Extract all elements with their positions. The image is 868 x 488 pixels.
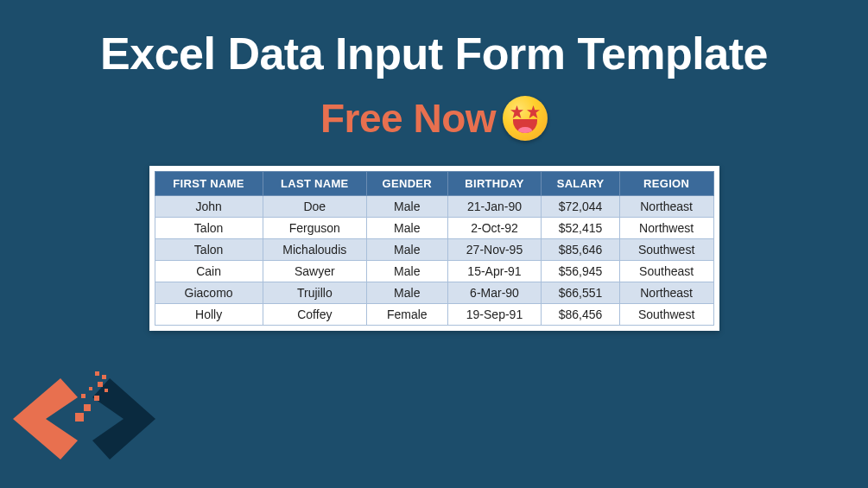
cell-birthday: 2-Oct-92 bbox=[447, 218, 542, 239]
cell-gender: Male bbox=[366, 239, 447, 261]
cell-first: John bbox=[155, 196, 263, 218]
col-salary: SALARY bbox=[542, 172, 619, 196]
table-body: John Doe Male 21-Jan-90 $72,044 Northeas… bbox=[155, 196, 713, 326]
cell-last: Doe bbox=[263, 196, 366, 218]
svg-rect-8 bbox=[75, 413, 84, 421]
table-header-row: FIRST NAME LAST NAME GENDER BIRTHDAY SAL… bbox=[155, 172, 713, 196]
table-row: Giacomo Trujillo Male 6-Mar-90 $66,551 N… bbox=[155, 282, 713, 304]
table-row: Holly Coffey Female 19-Sep-91 $86,456 So… bbox=[155, 304, 713, 326]
subtitle-text: Free Now bbox=[320, 95, 496, 142]
cell-last: Sawyer bbox=[263, 261, 366, 282]
cell-first: Talon bbox=[155, 218, 263, 239]
col-region: REGION bbox=[619, 172, 713, 196]
svg-rect-6 bbox=[94, 396, 99, 401]
data-table: FIRST NAME LAST NAME GENDER BIRTHDAY SAL… bbox=[155, 171, 714, 326]
cell-region: Southwest bbox=[619, 304, 713, 326]
col-birthday: BIRTHDAY bbox=[447, 172, 542, 196]
cell-region: Northwest bbox=[619, 218, 713, 239]
col-gender: GENDER bbox=[366, 172, 447, 196]
svg-rect-7 bbox=[84, 404, 91, 411]
table-row: Cain Sawyer Male 15-Apr-91 $56,945 South… bbox=[155, 261, 713, 282]
cell-gender: Female bbox=[366, 304, 447, 326]
svg-rect-1 bbox=[102, 375, 106, 379]
cell-region: Northeast bbox=[619, 196, 713, 218]
col-last-name: LAST NAME bbox=[263, 172, 366, 196]
page-title: Excel Data Input Form Template bbox=[0, 0, 868, 79]
cell-salary: $86,456 bbox=[542, 304, 619, 326]
cell-salary: $85,646 bbox=[542, 239, 619, 261]
cell-region: Southeast bbox=[619, 261, 713, 282]
svg-rect-0 bbox=[95, 371, 99, 376]
cell-salary: $56,945 bbox=[542, 261, 619, 282]
table-row: Talon Michaloudis Male 27-Nov-95 $85,646… bbox=[155, 239, 713, 261]
cell-first: Holly bbox=[155, 304, 263, 326]
cell-salary: $72,044 bbox=[542, 196, 619, 218]
subtitle-row: Free Now bbox=[0, 95, 868, 142]
cell-gender: Male bbox=[366, 282, 447, 304]
cell-birthday: 15-Apr-91 bbox=[447, 261, 542, 282]
cell-region: Southwest bbox=[619, 239, 713, 261]
cell-first: Talon bbox=[155, 239, 263, 261]
cell-gender: Male bbox=[366, 218, 447, 239]
cell-salary: $52,415 bbox=[542, 218, 619, 239]
cell-last: Coffey bbox=[263, 304, 366, 326]
cell-last: Ferguson bbox=[263, 218, 366, 239]
col-first-name: FIRST NAME bbox=[155, 172, 263, 196]
cell-salary: $66,551 bbox=[542, 282, 619, 304]
cell-first: Cain bbox=[155, 261, 263, 282]
cell-birthday: 6-Mar-90 bbox=[447, 282, 542, 304]
cell-birthday: 27-Nov-95 bbox=[447, 239, 542, 261]
cell-birthday: 19-Sep-91 bbox=[447, 304, 542, 326]
cell-last: Michaloudis bbox=[263, 239, 366, 261]
cell-region: Northeast bbox=[619, 282, 713, 304]
svg-rect-3 bbox=[89, 387, 92, 390]
cell-last: Trujillo bbox=[263, 282, 366, 304]
table-row: Talon Ferguson Male 2-Oct-92 $52,415 Nor… bbox=[155, 218, 713, 239]
table-row: John Doe Male 21-Jan-90 $72,044 Northeas… bbox=[155, 196, 713, 218]
star-struck-emoji-icon bbox=[503, 96, 548, 141]
cell-gender: Male bbox=[366, 196, 447, 218]
svg-rect-4 bbox=[105, 389, 108, 392]
brand-logo-icon bbox=[13, 363, 155, 475]
data-table-container: FIRST NAME LAST NAME GENDER BIRTHDAY SAL… bbox=[149, 166, 719, 331]
svg-rect-2 bbox=[98, 382, 103, 387]
cell-birthday: 21-Jan-90 bbox=[447, 196, 542, 218]
cell-gender: Male bbox=[366, 261, 447, 282]
cell-first: Giacomo bbox=[155, 282, 263, 304]
svg-rect-5 bbox=[81, 394, 86, 398]
